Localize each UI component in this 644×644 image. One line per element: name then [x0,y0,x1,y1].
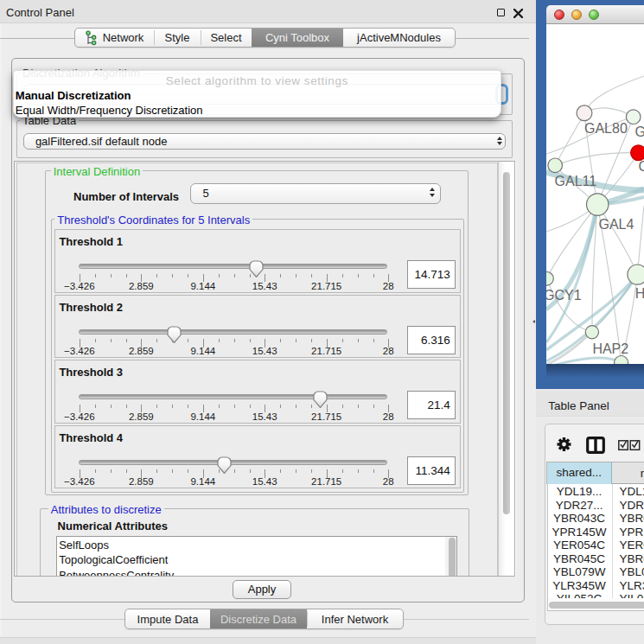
svg-text:GA: GA [635,124,644,139]
svg-text:GCY1: GCY1 [546,288,582,303]
svg-text:CC: CC [638,159,644,174]
svg-text:GAL11: GAL11 [555,174,597,188]
svg-text:GAL80: GAL80 [584,121,628,136]
svg-text:HAP2: HAP2 [592,341,628,356]
svg-text:GAL4: GAL4 [599,217,634,232]
svg-text:H: H [635,286,644,301]
